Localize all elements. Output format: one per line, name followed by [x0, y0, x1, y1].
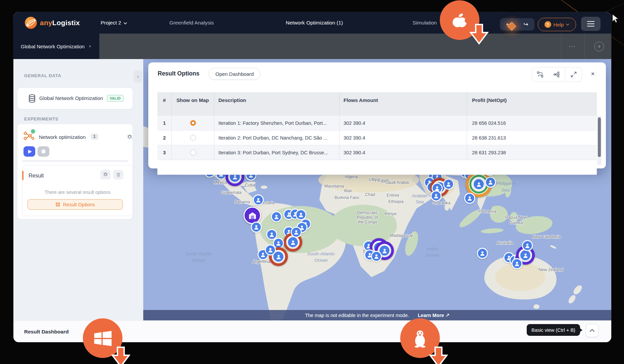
tab-global-network-optimization[interactable]: Global Network Optimization ×: [13, 34, 99, 59]
experiment-card: Network optimization 1 Result: [17, 124, 133, 219]
sidebar-collapse-button[interactable]: ‹: [134, 70, 142, 83]
customer-marker[interactable]: [485, 177, 496, 188]
customer-marker[interactable]: [371, 251, 382, 262]
show-on-map-radio[interactable]: [190, 135, 196, 141]
row-number: 1: [157, 116, 172, 130]
result-options-button[interactable]: Result Options: [28, 199, 123, 210]
open-dashboard-button[interactable]: Open Dashboard: [209, 68, 260, 80]
column-header[interactable]: Profit (NetOpt): [467, 92, 597, 116]
tab-close-icon[interactable]: ×: [89, 44, 91, 49]
data-card-title: Global Network Optimization: [39, 95, 103, 101]
experiment-settings-button[interactable]: [124, 132, 135, 142]
undo-redo-group: ↩ ↪: [500, 18, 534, 31]
result-message: There are several result options: [22, 190, 133, 195]
customer-marker[interactable]: [477, 248, 488, 259]
accent-bar: [22, 171, 23, 180]
play-icon: [28, 150, 32, 154]
basic-view-toggle-button[interactable]: [586, 324, 599, 337]
column-header[interactable]: #: [157, 92, 172, 116]
customer-marker[interactable]: [251, 222, 262, 233]
column-header[interactable]: Description: [214, 92, 340, 116]
result-dashboard-label[interactable]: Result Dashboard: [24, 321, 69, 342]
show-network-button[interactable]: [549, 67, 565, 82]
customer-marker[interactable]: [522, 240, 533, 251]
customer-marker[interactable]: [265, 245, 276, 256]
result-settings-button[interactable]: [100, 170, 111, 179]
download-arrow-icon: [111, 346, 131, 364]
description-cell: Iteration 3: Port Durban, Port Sydney, D…: [214, 145, 340, 160]
mouse-cursor: [612, 14, 619, 24]
customer-marker[interactable]: [291, 227, 302, 238]
scrollbar-thumb[interactable]: [598, 117, 601, 157]
flows-amount-cell: 302 390.4: [340, 116, 467, 130]
flows-amount-cell: 302 390.4: [340, 131, 467, 145]
experiments-label: EXPERIMENTS: [24, 116, 58, 121]
customer-marker[interactable]: [443, 179, 454, 190]
result-delete-button[interactable]: [113, 170, 123, 179]
modal-toolbar: [532, 67, 582, 82]
customer-marker[interactable]: [512, 258, 523, 269]
run-experiment-button[interactable]: [23, 146, 35, 157]
customer-marker[interactable]: [253, 195, 264, 206]
status-dot: [30, 128, 36, 134]
nav-item-simulation[interactable]: Simulation: [413, 12, 437, 34]
stop-icon: [42, 150, 45, 153]
table-row[interactable]: 2Iteration 2: Port Durban, DC Nanchang, …: [157, 131, 597, 145]
divider: [22, 160, 128, 162]
table-row[interactable]: 1Iteration 1: Factory Shenzhen, Port Dur…: [157, 116, 597, 131]
data-card[interactable]: Global Network Optimization VALID: [17, 88, 133, 109]
result-panel: Result There are several result options: [22, 165, 133, 216]
table-header: #Show on MapDescriptionFlows AmountProfi…: [157, 92, 597, 116]
nav-item-greenfield-analysis[interactable]: Greenfield Analysis: [169, 12, 214, 34]
modal-title: Result Options: [158, 70, 199, 77]
divider: [584, 34, 584, 59]
customer-marker[interactable]: [431, 191, 442, 202]
experiment-count-badge: 1: [91, 134, 98, 140]
description-cell: Iteration 2: Port Durban, DC Nanchang, D…: [214, 131, 340, 145]
map-banner: The map is not editable in the experimen…: [143, 310, 611, 320]
basic-view-tooltip: Basic view (Ctrl + B): [527, 324, 580, 336]
table-row[interactable]: 3Iteration 3: Port Durban, Port Sydney, …: [157, 145, 597, 160]
customer-marker[interactable]: [464, 193, 475, 204]
show-on-map-cell: [172, 145, 214, 160]
download-arrow-icon: [428, 346, 449, 364]
menu-button[interactable]: [581, 17, 601, 31]
chevron-up-icon: [589, 329, 595, 332]
show-on-map-radio[interactable]: [190, 150, 196, 155]
content-area: GENERAL DATA ‹ Global Network Optimizati…: [13, 59, 611, 320]
table-row-partial: [157, 160, 597, 175]
expand-button[interactable]: [565, 67, 582, 82]
show-flows-button[interactable]: [532, 67, 549, 82]
valid-badge: VALID: [107, 95, 123, 102]
download-arrow-icon: [469, 23, 489, 46]
question-icon: ?: [544, 21, 551, 28]
experiment-name: Network optimization: [39, 134, 86, 140]
close-icon[interactable]: ×: [588, 70, 597, 77]
profit-cell: 28 631 293.238: [467, 145, 597, 160]
tab-bar: Global Network Optimization × ⋯ +: [13, 34, 611, 59]
row-number: 3: [157, 145, 172, 160]
help-button[interactable]: ? Help: [538, 18, 576, 31]
general-data-label: GENERAL DATA: [24, 73, 61, 78]
app-window: anyLogistix Project 2 Greenfield Analysi…: [13, 12, 611, 342]
tabs-more-button[interactable]: ⋯: [569, 34, 576, 59]
show-on-map-cell: [172, 131, 214, 145]
show-on-map-radio-selected[interactable]: [190, 120, 196, 126]
add-tab-button[interactable]: +: [594, 42, 604, 51]
windows-icon: [92, 327, 113, 349]
show-on-map-cell: [172, 116, 214, 130]
banner-text: The map is not editable in the experimen…: [305, 313, 409, 318]
nav-item-network-optimization-1-[interactable]: Network Optimization (1): [286, 12, 343, 34]
flows-amount-cell: 302 390.4: [340, 145, 467, 160]
linux-tux-icon: [409, 326, 431, 350]
customer-marker[interactable]: [271, 211, 282, 222]
table-scrollbar[interactable]: [597, 116, 602, 165]
stop-experiment-button[interactable]: [38, 146, 49, 157]
learn-more-link[interactable]: Learn More ↗: [418, 313, 449, 318]
redo-button[interactable]: ↪: [519, 18, 532, 31]
table-body: 1Iteration 1: Factory Shenzhen, Port Dur…: [157, 116, 597, 175]
column-header[interactable]: Flows Amount: [340, 92, 467, 116]
column-header[interactable]: Show on Map: [172, 92, 214, 116]
sidebar: GENERAL DATA ‹ Global Network Optimizati…: [13, 59, 144, 320]
map[interactable]: OceanMexicoCubaGuatemalaPanamaVenezuelaA…: [143, 59, 611, 320]
